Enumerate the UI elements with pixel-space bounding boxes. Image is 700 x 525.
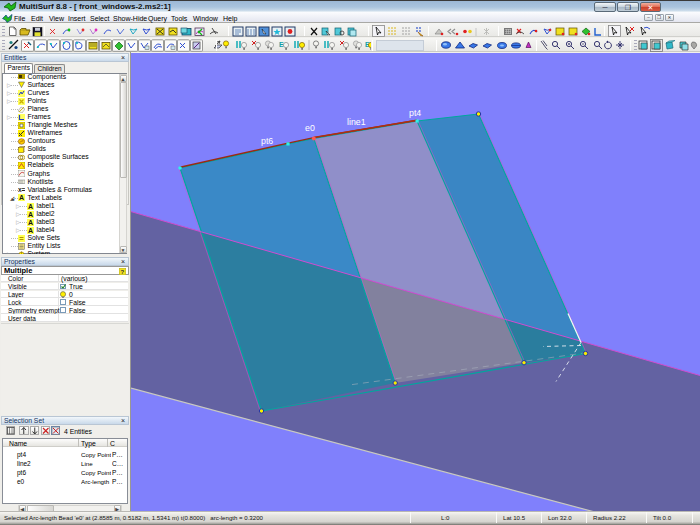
svg-text:pt6: pt6 [261, 136, 273, 146]
svg-text:A: A [28, 227, 33, 234]
svg-text:A: A [28, 203, 33, 210]
svg-text:?: ? [121, 268, 125, 274]
svg-text:A: A [19, 194, 24, 201]
svg-text:x=: x= [18, 186, 25, 193]
svg-text:A: A [28, 219, 33, 226]
svg-text:line1: line1 [347, 117, 366, 127]
svg-text:pt4: pt4 [409, 108, 421, 118]
svg-text:e0: e0 [305, 123, 315, 133]
svg-text:A: A [28, 211, 33, 218]
